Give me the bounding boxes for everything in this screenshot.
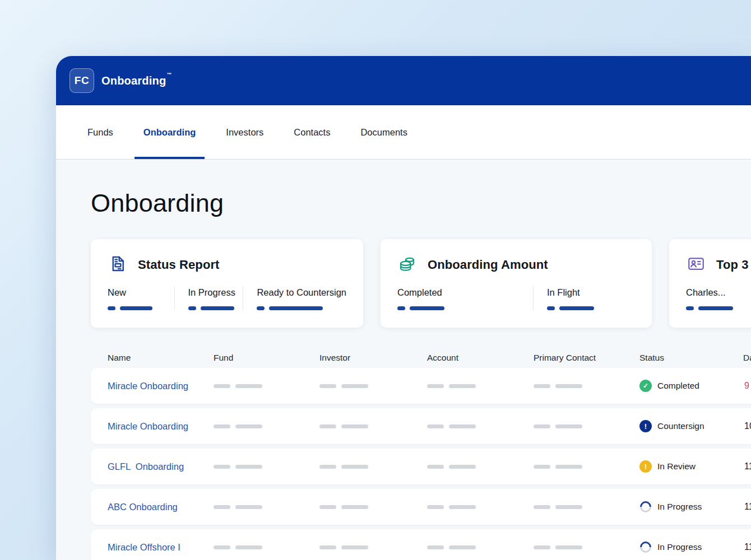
fund-skeleton (214, 424, 319, 428)
onboarding-name-link[interactable]: GLFL Onboarding (108, 461, 184, 472)
countersign-alert-icon (639, 420, 652, 432)
account-skeleton (427, 424, 534, 428)
table-row[interactable]: Miracle Offshore I In Progress 11 (91, 529, 751, 560)
redacted-value-bars (257, 306, 346, 310)
stat-new: New (108, 286, 174, 310)
investor-skeleton (319, 384, 427, 388)
in-progress-spinner-icon (638, 499, 653, 515)
days-value: 10 (743, 421, 751, 431)
onboarding-amount-card: Onboarding Amount Completed In Flight (381, 239, 652, 328)
stat-in-progress: In Progress (174, 286, 243, 310)
column-account: Account (427, 353, 534, 363)
summary-cards: Status Report New In Progress Ready to C… (91, 239, 751, 328)
column-name: Name (108, 353, 214, 363)
page-content: Onboarding Status Report (56, 189, 751, 560)
column-fund: Fund (214, 353, 319, 363)
tab-documents[interactable]: Documents (360, 105, 407, 159)
in-progress-spinner-icon (638, 539, 653, 555)
days-value: 9 (743, 381, 751, 391)
redacted-value-bars (188, 306, 243, 310)
status-cell: Completed (639, 380, 743, 392)
fund-skeleton (214, 384, 319, 388)
redacted-value-bars (108, 306, 174, 310)
tab-investors[interactable]: Investors (226, 105, 263, 159)
tab-funds[interactable]: Funds (87, 105, 113, 159)
column-primary-contact: Primary Contact (534, 353, 639, 363)
onboarding-name-link[interactable]: Miracle Onboarding (108, 421, 188, 431)
investor-skeleton (319, 424, 427, 428)
trademark-symbol: ™ (166, 72, 171, 77)
days-value: 11 (743, 461, 751, 472)
table-row[interactable]: GLFL Onboarding In Review 11 (91, 449, 751, 484)
status-cell: Countersign (639, 420, 743, 432)
stat-in-flight: In Flight (533, 286, 635, 310)
investor-skeleton (319, 465, 427, 469)
top-3-card: Top 3 Charles... (669, 239, 751, 328)
card-title: Top 3 (716, 258, 749, 272)
stat-completed: Completed (397, 286, 533, 310)
primary-contact-skeleton (534, 545, 639, 549)
column-status: Status (639, 353, 743, 363)
brand-title: Onboarding™ (101, 74, 172, 87)
report-document-icon (108, 254, 128, 276)
stat-ready-to-countersign: Ready to Countersign (243, 286, 346, 310)
redacted-value-bars (547, 306, 635, 310)
account-skeleton (427, 505, 534, 509)
tab-contacts[interactable]: Contacts (294, 105, 330, 159)
stat-charles: Charles... (686, 286, 751, 310)
status-cell: In Progress (639, 501, 743, 513)
investor-skeleton (319, 505, 427, 509)
redacted-value-bars (397, 306, 533, 310)
column-days: Days (743, 353, 751, 363)
fund-skeleton (214, 545, 319, 549)
table-header: Name Fund Investor Account Primary Conta… (91, 349, 751, 367)
main-nav: Funds Onboarding Investors Contacts Docu… (56, 105, 751, 160)
table-row[interactable]: Miracle Onboarding Countersign 10 (91, 408, 751, 444)
completed-check-icon (639, 380, 652, 392)
primary-contact-skeleton (534, 384, 639, 388)
onboarding-name-link[interactable]: Miracle Onboarding (108, 381, 188, 391)
primary-contact-skeleton (534, 465, 639, 469)
fc-logo[interactable]: FC (69, 68, 94, 93)
table-row[interactable]: Miracle Onboarding Completed 9 (91, 368, 751, 404)
onboarding-name-link[interactable]: Miracle Offshore I (108, 542, 180, 552)
column-investor: Investor (319, 353, 427, 363)
onboarding-name-link[interactable]: ABC Onboarding (108, 502, 178, 512)
coin-stack-icon (397, 254, 418, 276)
contact-card-icon (686, 254, 706, 276)
redacted-value-bars (686, 306, 751, 310)
primary-contact-skeleton (534, 424, 639, 428)
days-value: 11 (743, 542, 751, 552)
onboarding-table: Miracle Onboarding Completed 9 Miracle O… (91, 368, 751, 560)
app-window: FC Onboarding™ Funds Onboarding Investor… (56, 56, 751, 560)
in-review-warning-icon (639, 460, 652, 473)
card-title: Onboarding Amount (428, 258, 548, 272)
status-cell: In Review (639, 460, 743, 473)
table-row[interactable]: ABC Onboarding In Progress 11 (91, 489, 751, 525)
top-bar: FC Onboarding™ (56, 56, 751, 105)
primary-contact-skeleton (534, 505, 639, 509)
fund-skeleton (214, 465, 319, 469)
fc-logo-text: FC (75, 74, 89, 87)
page-title: Onboarding (91, 189, 751, 218)
status-report-card: Status Report New In Progress Ready to C… (91, 239, 363, 328)
account-skeleton (427, 465, 534, 469)
investor-skeleton (319, 545, 427, 549)
fund-skeleton (214, 505, 319, 509)
tab-onboarding[interactable]: Onboarding (143, 105, 196, 159)
account-skeleton (427, 545, 534, 549)
status-cell: In Progress (639, 541, 743, 553)
account-skeleton (427, 384, 534, 388)
days-value: 11 (743, 502, 751, 512)
card-title: Status Report (138, 258, 220, 272)
